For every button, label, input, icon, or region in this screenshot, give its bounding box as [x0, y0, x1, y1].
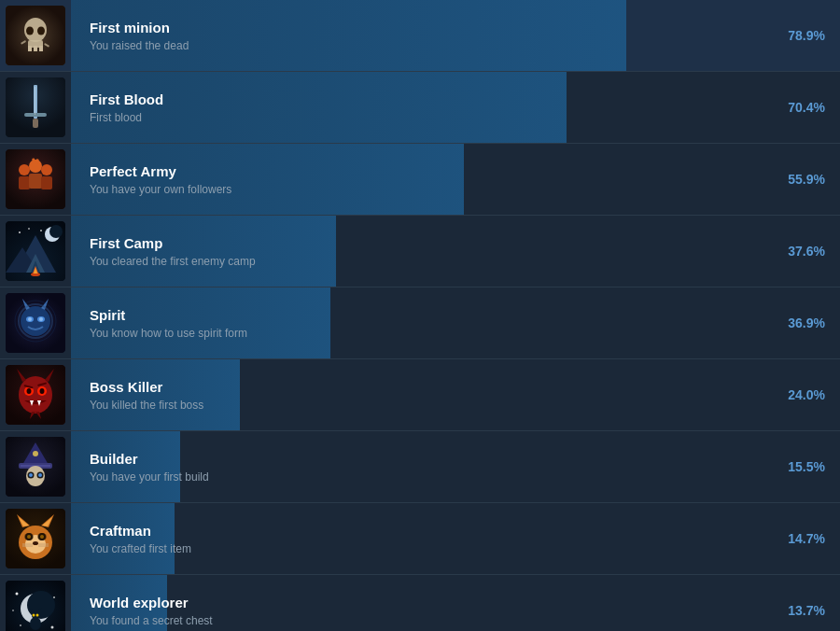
- achievement-text-perfect-army: Perfect ArmyYou have your own followers: [80, 163, 241, 196]
- achievement-text-boss-killer: Boss KillerYou killed the first boss: [80, 379, 213, 412]
- achievement-desc-first-camp: You cleared the first enemy camp: [90, 255, 256, 268]
- achievement-content-first-blood: First BloodFirst blood: [71, 72, 775, 143]
- svg-point-19: [19, 164, 30, 175]
- achievement-text-builder: BuilderYou have your first build: [80, 451, 218, 484]
- svg-point-43: [21, 306, 50, 336]
- achievement-desc-first-minion: You raised the dead: [90, 39, 189, 52]
- svg-point-8: [37, 27, 45, 35]
- svg-point-54: [19, 376, 52, 414]
- achievement-row-builder[interactable]: BuilderYou have your first build15.5%: [0, 431, 840, 503]
- svg-point-40: [40, 230, 42, 231]
- svg-rect-4: [28, 46, 32, 51]
- svg-point-92: [33, 541, 38, 545]
- svg-rect-6: [39, 46, 43, 51]
- achievement-row-boss-killer[interactable]: Boss KillerYou killed the first boss24.0…: [0, 359, 840, 431]
- svg-point-103: [20, 624, 21, 626]
- achievement-icon-builder: [6, 437, 65, 497]
- achievement-title-perfect-army: Perfect Army: [90, 163, 231, 179]
- achievement-row-first-camp[interactable]: First CampYou cleared the first enemy ca…: [0, 216, 840, 287]
- svg-point-104: [51, 626, 54, 629]
- achievement-title-craftman: Craftman: [90, 523, 191, 539]
- achievement-icon-first-blood: [6, 77, 65, 137]
- achievement-row-first-blood[interactable]: First BloodFirst blood70.4%: [0, 72, 840, 144]
- achievement-title-first-minion: First minion: [90, 20, 189, 35]
- achievement-icon-craftman: [6, 509, 65, 568]
- achievement-desc-first-blood: First blood: [90, 111, 163, 124]
- achievement-row-perfect-army[interactable]: Perfect ArmyYou have your own followers5…: [0, 144, 840, 216]
- achievement-desc-builder: You have your first build: [90, 470, 209, 484]
- svg-point-75: [29, 473, 33, 477]
- achievement-text-craftman: CraftmanYou crafted first item: [80, 523, 201, 555]
- achievement-percent-spirit: 36.9%: [775, 316, 840, 330]
- achievement-desc-craftman: You crafted first item: [90, 542, 191, 555]
- achievement-content-craftman: CraftmanYou crafted first item: [71, 503, 775, 574]
- svg-point-60: [40, 388, 45, 394]
- achievement-percent-craftman: 14.7%: [775, 531, 840, 546]
- achievement-desc-boss-killer: You killed the first boss: [90, 399, 203, 412]
- svg-point-49: [39, 317, 43, 321]
- achievement-title-spirit: Spirit: [90, 307, 247, 323]
- svg-point-21: [29, 160, 42, 173]
- achievement-title-world-explorer: World explorer: [90, 595, 213, 610]
- svg-point-59: [27, 388, 32, 394]
- achievement-content-boss-killer: Boss KillerYou killed the first boss: [71, 359, 775, 430]
- achievement-percent-first-minion: 78.9%: [775, 28, 840, 43]
- achievement-percent-builder: 15.5%: [775, 459, 840, 474]
- achievement-icon-spirit: [6, 293, 65, 353]
- svg-point-77: [33, 451, 38, 456]
- achievement-icon-world-explorer: [6, 581, 65, 631]
- svg-rect-5: [34, 46, 37, 51]
- svg-point-101: [16, 593, 19, 596]
- achievement-text-spirit: SpiritYou know how to use spirit form: [80, 307, 257, 340]
- achievement-content-world-explorer: World explorerYou found a secret chest: [71, 575, 775, 631]
- achievement-content-first-camp: First CampYou cleared the first enemy ca…: [71, 216, 775, 287]
- svg-rect-22: [29, 174, 42, 189]
- svg-point-110: [33, 614, 35, 617]
- achievement-title-builder: Builder: [90, 451, 209, 467]
- achievement-text-first-minion: First minionYou raised the dead: [80, 20, 198, 52]
- svg-rect-15: [33, 119, 38, 128]
- achievement-icon-first-camp: [6, 221, 65, 281]
- svg-point-30: [49, 225, 63, 238]
- svg-point-23: [41, 164, 52, 175]
- svg-point-111: [36, 614, 39, 617]
- achievement-text-world-explorer: World explorerYou found a secret chest: [80, 595, 222, 627]
- achievement-row-craftman[interactable]: CraftmanYou crafted first item14.7%: [0, 503, 840, 575]
- svg-point-105: [12, 610, 14, 611]
- svg-point-91: [37, 533, 47, 540]
- svg-point-48: [28, 317, 32, 321]
- achievement-percent-world-explorer: 13.7%: [775, 603, 840, 618]
- achievement-percent-boss-killer: 24.0%: [775, 387, 840, 402]
- svg-rect-16: [35, 87, 35, 115]
- svg-point-38: [19, 231, 21, 233]
- achievement-icon-first-minion: [6, 6, 65, 65]
- achievement-percent-first-blood: 70.4%: [775, 100, 840, 115]
- achievement-desc-spirit: You know how to use spirit form: [90, 327, 247, 340]
- achievement-icon-perfect-army: [6, 149, 65, 209]
- achievement-content-builder: BuilderYou have your first build: [71, 431, 775, 502]
- achievement-title-first-camp: First Camp: [90, 235, 256, 251]
- achievement-row-world-explorer[interactable]: World explorerYou found a secret chest13…: [0, 575, 840, 631]
- svg-point-102: [53, 596, 55, 598]
- achievement-title-first-blood: First Blood: [90, 91, 163, 107]
- svg-point-76: [38, 473, 42, 477]
- svg-point-7: [26, 27, 34, 35]
- achievement-row-first-minion[interactable]: First minionYou raised the dead78.9%: [0, 0, 840, 72]
- achievement-desc-perfect-army: You have your own followers: [90, 183, 231, 196]
- achievement-content-perfect-army: Perfect ArmyYou have your own followers: [71, 144, 775, 215]
- achievement-text-first-camp: First CampYou cleared the first enemy ca…: [80, 235, 265, 268]
- svg-point-100: [27, 591, 55, 619]
- achievement-list: First minionYou raised the dead78.9% Fir…: [0, 0, 840, 631]
- achievement-row-spirit[interactable]: SpiritYou know how to use spirit form36.…: [0, 287, 840, 359]
- achievement-percent-perfect-army: 55.9%: [775, 172, 840, 187]
- achievement-content-spirit: SpiritYou know how to use spirit form: [71, 287, 775, 358]
- achievement-title-boss-killer: Boss Killer: [90, 379, 203, 395]
- svg-rect-24: [41, 176, 52, 189]
- svg-point-106: [30, 617, 41, 630]
- achievement-content-first-minion: First minionYou raised the dead: [71, 0, 775, 71]
- achievement-percent-first-camp: 37.6%: [775, 244, 840, 259]
- svg-point-39: [28, 228, 30, 230]
- achievement-desc-world-explorer: You found a secret chest: [90, 614, 213, 627]
- achievement-icon-boss-killer: [6, 365, 65, 425]
- svg-point-90: [24, 533, 34, 540]
